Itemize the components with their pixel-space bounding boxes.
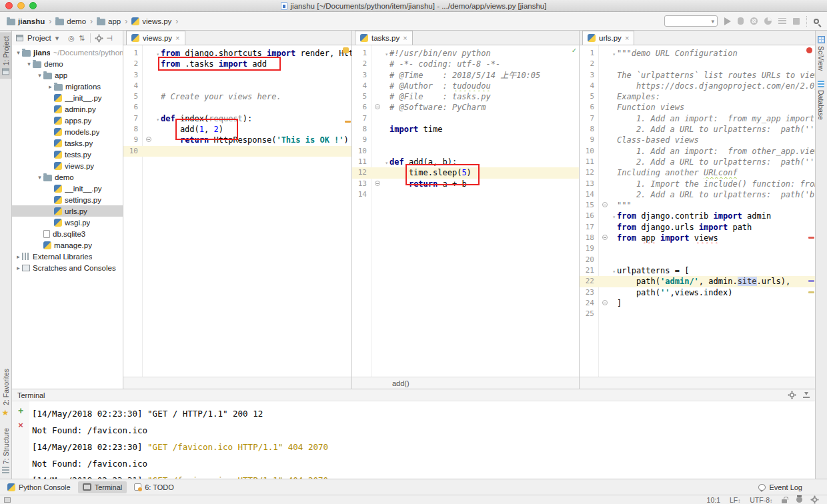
- locate-file-icon[interactable]: ◎: [68, 34, 75, 43]
- breadcrumb-item-demo[interactable]: demo: [55, 17, 86, 25]
- debug-icon[interactable]: [738, 17, 744, 25]
- tree-item-wsgi-py[interactable]: wsgi.py: [12, 217, 123, 228]
- code-line-19[interactable]: 19: [580, 243, 815, 254]
- tool-window-button-2-favorites[interactable]: ★2: Favorites: [0, 365, 11, 421]
- code-line-9[interactable]: 9: [352, 135, 579, 145]
- close-icon[interactable]: ×: [403, 34, 407, 42]
- tab-views.py[interactable]: views.py×: [126, 31, 185, 45]
- chevron-expanded-icon[interactable]: ▾: [15, 49, 22, 56]
- close-icon[interactable]: ×: [625, 34, 629, 42]
- run-with-icon[interactable]: [778, 18, 786, 24]
- code-line-22[interactable]: 22 path('admin/', admin.site.urls),: [580, 276, 815, 287]
- tree-item-Scratches-and-Consoles[interactable]: ▸Scratches and Consoles: [12, 262, 123, 273]
- tool-window-button-6-todo[interactable]: 6: TODO: [129, 481, 179, 493]
- code-line-8[interactable]: 8 2. Add a URL to urlpatterns: path('', …: [580, 124, 815, 135]
- inspection-indicator-error[interactable]: [806, 47, 812, 53]
- tool-window-button-1-project[interactable]: 1: Project: [0, 32, 11, 79]
- fold-circle-icon[interactable]: [146, 137, 151, 142]
- inspection-indicator-warning[interactable]: [343, 47, 349, 53]
- tool-window-button-7-structure[interactable]: 7: Structure: [0, 424, 11, 477]
- code-line-10[interactable]: 10: [352, 146, 579, 157]
- code-line-7[interactable]: 7▾def index(request):: [123, 113, 351, 124]
- close-icon[interactable]: ×: [175, 34, 179, 42]
- code-line-4[interactable]: 4# @Author : tudoudou: [352, 81, 579, 91]
- code-editor-views[interactable]: 1▾from django.shortcuts import render, H…: [123, 45, 351, 377]
- code-line-12[interactable]: 12 time.sleep(5): [352, 167, 579, 178]
- fold-circle-icon[interactable]: [602, 202, 608, 207]
- line-separator-indicator[interactable]: LF↕: [730, 496, 740, 504]
- chevron-down-icon[interactable]: ▾: [55, 34, 59, 43]
- code-line-6[interactable]: 6# @Software: PyCharm: [352, 102, 579, 113]
- code-line-1[interactable]: 1▾#!/usr/bin/env python: [352, 48, 579, 59]
- code-line-10[interactable]: 10: [123, 146, 351, 157]
- settings-gear-icon[interactable]: [812, 497, 817, 502]
- tree-item-admin-py[interactable]: admin.py: [12, 103, 123, 115]
- code-line-18[interactable]: 18from app import views: [580, 233, 815, 243]
- terminal-output[interactable]: [14/May/2018 02:23:30] "GET / HTTP/1.1" …: [29, 401, 815, 479]
- code-line-17[interactable]: 17from django.urls import path: [580, 222, 815, 233]
- terminal-settings-gear-icon[interactable]: [790, 393, 794, 397]
- code-line-5[interactable]: 5# @File : tasks.py: [352, 91, 579, 102]
- inspection-indicator-ok[interactable]: ✓: [572, 47, 576, 53]
- error-stripe-mark[interactable]: [345, 121, 351, 123]
- error-stripe-mark[interactable]: [808, 280, 814, 282]
- tree-item-settings-py[interactable]: settings.py: [12, 194, 123, 205]
- tree-item-External-Libraries[interactable]: ▸External Libraries: [12, 251, 123, 262]
- encoding-indicator[interactable]: UTF-8↕: [750, 496, 772, 504]
- code-line-10[interactable]: 10 1. Add an import: from other_app.view…: [580, 146, 815, 157]
- code-line-23[interactable]: 23 path('',views.index): [580, 287, 815, 298]
- code-editor-urls[interactable]: 1▾"""demo URL Configuration23The `urlpat…: [580, 45, 815, 377]
- profiler-icon[interactable]: [764, 17, 772, 25]
- tab-urls.py[interactable]: urls.py×: [582, 31, 634, 45]
- lock-icon[interactable]: [782, 499, 787, 503]
- search-everywhere-icon[interactable]: [814, 19, 819, 24]
- tree-item-db-sqlite3[interactable]: db.sqlite3: [12, 228, 123, 239]
- tree-item-models-py[interactable]: models.py: [12, 126, 123, 137]
- code-line-5[interactable]: 5# Create your views here.: [123, 91, 351, 102]
- run-configuration-combo[interactable]: ▾: [664, 15, 718, 27]
- event-log-button[interactable]: Event Log: [754, 481, 807, 493]
- tool-window-button-database[interactable]: Database: [816, 76, 826, 124]
- collapse-all-icon[interactable]: ⇅: [79, 34, 85, 43]
- tab-tasks.py[interactable]: tasks.py×: [355, 31, 413, 45]
- error-stripe-mark[interactable]: [808, 237, 814, 239]
- chevron-expanded-icon[interactable]: ▾: [36, 174, 43, 181]
- tree-item-tests-py[interactable]: tests.py: [12, 149, 123, 160]
- code-line-5[interactable]: 5Examples:: [580, 91, 815, 102]
- gear-icon[interactable]: [97, 35, 101, 40]
- code-line-9[interactable]: 9 return HttpResponse('This is OK !'): [123, 135, 351, 145]
- code-editor-tasks[interactable]: 1▾#!/usr/bin/env python2# -*- coding: ut…: [352, 45, 579, 377]
- breadcrumb-item-app[interactable]: app: [97, 17, 121, 25]
- code-line-25[interactable]: 25: [580, 309, 815, 319]
- new-session-icon[interactable]: +: [18, 407, 23, 415]
- code-line-13[interactable]: 13 1. Import the include() function: fro…: [580, 179, 815, 189]
- code-line-11[interactable]: 11 2. Add a URL to urlpatterns: path('',…: [580, 157, 815, 167]
- fold-circle-icon[interactable]: [375, 104, 380, 109]
- code-line-16[interactable]: 16▾from django.contrib import admin: [580, 211, 815, 221]
- code-line-4[interactable]: 4: [123, 81, 351, 91]
- code-line-2[interactable]: 2: [580, 59, 815, 69]
- code-line-1[interactable]: 1▾from django.shortcuts import render, H…: [123, 48, 351, 59]
- code-line-3[interactable]: 3: [123, 70, 351, 81]
- fold-circle-icon[interactable]: [375, 181, 380, 186]
- tree-item-apps-py[interactable]: apps.py: [12, 115, 123, 126]
- code-line-15[interactable]: 15""": [580, 200, 815, 211]
- code-line-1[interactable]: 1▾"""demo URL Configuration: [580, 48, 815, 59]
- code-line-8[interactable]: 8import time: [352, 124, 579, 135]
- code-line-13[interactable]: 13 return a + b: [352, 179, 579, 189]
- code-line-9[interactable]: 9Class-based views: [580, 135, 815, 145]
- code-line-12[interactable]: 12Including another URLconf: [580, 167, 815, 178]
- code-line-4[interactable]: 4 https://docs.djangoproject.com/en/2.0/…: [580, 81, 815, 91]
- code-line-6[interactable]: 6Function views: [580, 102, 815, 113]
- tool-window-button-sciview[interactable]: SciView: [816, 32, 826, 75]
- code-line-11[interactable]: 11▾def add(a, b):: [352, 157, 579, 167]
- tree-item-app[interactable]: ▾app: [12, 69, 123, 81]
- tree-item-demo[interactable]: ▾demo: [12, 171, 123, 183]
- tree-item-jianshu[interactable]: ▾jianshu~/Documents/python/item/jianshu: [12, 47, 123, 58]
- code-line-21[interactable]: 21▾urlpatterns = [: [580, 265, 815, 276]
- run-icon[interactable]: [724, 17, 731, 25]
- breadcrumb-item-views-py[interactable]: views.py: [131, 17, 171, 25]
- tree-item-urls-py[interactable]: urls.py: [12, 205, 123, 217]
- fold-circle-icon[interactable]: [602, 300, 608, 305]
- tree-item-manage-py[interactable]: manage.py: [12, 239, 123, 251]
